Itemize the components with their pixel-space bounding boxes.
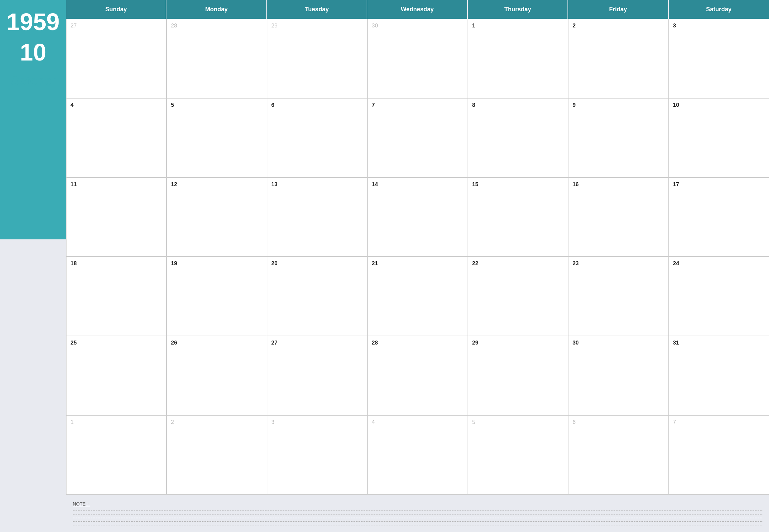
header-day-thursday: Thursday <box>468 0 568 19</box>
calendar-cell[interactable]: 28 <box>166 19 267 98</box>
header-day-friday: Friday <box>568 0 668 19</box>
notes-line-5 <box>73 525 762 525</box>
calendar-cell[interactable]: 7 <box>367 98 467 178</box>
day-number: 9 <box>572 102 575 108</box>
calendar-cell[interactable]: 10 <box>669 98 769 178</box>
calendar-cell[interactable]: 4 <box>66 98 166 178</box>
calendar-cell[interactable]: 26 <box>166 336 267 415</box>
calendar-cell[interactable]: 5 <box>166 98 267 178</box>
day-number: 3 <box>673 22 676 29</box>
calendar-cell[interactable]: 3 <box>669 19 769 98</box>
day-number: 7 <box>372 102 375 108</box>
calendar-cell[interactable]: 15 <box>468 178 568 257</box>
sidebar-year: 1959 <box>7 10 60 34</box>
day-number: 28 <box>372 340 378 346</box>
sidebar: 1959 10 October <box>0 0 66 532</box>
calendar-cell[interactable]: 20 <box>267 257 367 336</box>
header-day-tuesday: Tuesday <box>267 0 367 19</box>
day-number: 17 <box>673 181 679 187</box>
calendar-cell[interactable]: 6 <box>568 415 668 495</box>
calendar-cell[interactable]: 29 <box>267 19 367 98</box>
calendar-grid: 2728293012345678910111213141516171819202… <box>66 19 769 495</box>
calendar-cell[interactable]: 2 <box>166 415 267 495</box>
header-day-wednesday: Wednesday <box>367 0 467 19</box>
day-number: 5 <box>472 419 475 425</box>
calendar-cell[interactable]: 1 <box>66 415 166 495</box>
day-number: 6 <box>572 419 575 425</box>
calendar-cell[interactable]: 19 <box>166 257 267 336</box>
day-number: 14 <box>372 181 378 187</box>
header-day-saturday: Saturday <box>669 0 769 19</box>
day-number: 26 <box>171 340 177 346</box>
calendar-header: SundayMondayTuesdayWednesdayThursdayFrid… <box>66 0 769 19</box>
day-number: 1 <box>70 419 73 425</box>
header-day-monday: Monday <box>166 0 267 19</box>
header-day-sunday: Sunday <box>66 0 166 19</box>
day-number: 30 <box>372 22 378 29</box>
calendar-main: SundayMondayTuesdayWednesdayThursdayFrid… <box>66 0 769 532</box>
day-number: 4 <box>70 102 73 108</box>
day-number: 30 <box>572 340 579 346</box>
day-number: 2 <box>171 419 174 425</box>
day-number: 22 <box>472 260 478 266</box>
day-number: 27 <box>271 340 278 346</box>
calendar-cell[interactable]: 27 <box>66 19 166 98</box>
calendar-cell[interactable]: 6 <box>267 98 367 178</box>
sidebar-month-name: October <box>10 74 56 88</box>
notes-line-2 <box>73 514 762 514</box>
day-number: 1 <box>472 22 475 29</box>
calendar-cell[interactable]: 7 <box>669 415 769 495</box>
notes-line-3 <box>73 518 762 518</box>
day-number: 29 <box>271 22 278 29</box>
day-number: 5 <box>171 102 174 108</box>
calendar-cell[interactable]: 24 <box>669 257 769 336</box>
calendar-cell[interactable]: 13 <box>267 178 367 257</box>
day-number: 23 <box>572 260 579 266</box>
day-number: 28 <box>171 22 177 29</box>
calendar-cell[interactable]: 30 <box>367 19 467 98</box>
sidebar-month-num: 10 <box>20 40 46 64</box>
calendar-cell[interactable]: 16 <box>568 178 668 257</box>
day-number: 12 <box>171 181 177 187</box>
day-number: 19 <box>171 260 177 266</box>
calendar-cell[interactable]: 29 <box>468 336 568 415</box>
calendar-cell[interactable]: 9 <box>568 98 668 178</box>
calendar-cell[interactable]: 3 <box>267 415 367 495</box>
calendar-cell[interactable]: 27 <box>267 336 367 415</box>
day-number: 7 <box>673 419 676 425</box>
calendar-wrapper: 1959 10 October SundayMondayTuesdayWedne… <box>0 0 769 532</box>
day-number: 15 <box>472 181 478 187</box>
calendar-cell[interactable]: 8 <box>468 98 568 178</box>
notes-line-1 <box>73 511 762 511</box>
notes-section: NOTE： <box>66 495 769 532</box>
calendar-cell[interactable]: 23 <box>568 257 668 336</box>
day-number: 29 <box>472 340 478 346</box>
calendar-cell[interactable]: 14 <box>367 178 467 257</box>
day-number: 4 <box>372 419 375 425</box>
calendar-cell[interactable]: 28 <box>367 336 467 415</box>
day-number: 24 <box>673 260 679 266</box>
calendar-cell[interactable]: 21 <box>367 257 467 336</box>
day-number: 18 <box>70 260 77 266</box>
day-number: 6 <box>271 102 274 108</box>
calendar-cell[interactable]: 11 <box>66 178 166 257</box>
day-number: 11 <box>70 181 77 187</box>
day-number: 27 <box>70 22 77 29</box>
calendar-cell[interactable]: 1 <box>468 19 568 98</box>
notes-label: NOTE： <box>73 501 762 507</box>
calendar-cell[interactable]: 12 <box>166 178 267 257</box>
calendar-cell[interactable]: 17 <box>669 178 769 257</box>
day-number: 3 <box>271 419 274 425</box>
calendar-cell[interactable]: 2 <box>568 19 668 98</box>
day-number: 16 <box>572 181 579 187</box>
calendar-cell[interactable]: 5 <box>468 415 568 495</box>
day-number: 20 <box>271 260 278 266</box>
calendar-cell[interactable]: 22 <box>468 257 568 336</box>
calendar-cell[interactable]: 30 <box>568 336 668 415</box>
calendar-cell[interactable]: 25 <box>66 336 166 415</box>
calendar-cell[interactable]: 4 <box>367 415 467 495</box>
calendar-cell[interactable]: 31 <box>669 336 769 415</box>
calendar-cell[interactable]: 18 <box>66 257 166 336</box>
day-number: 13 <box>271 181 278 187</box>
day-number: 21 <box>372 260 378 266</box>
